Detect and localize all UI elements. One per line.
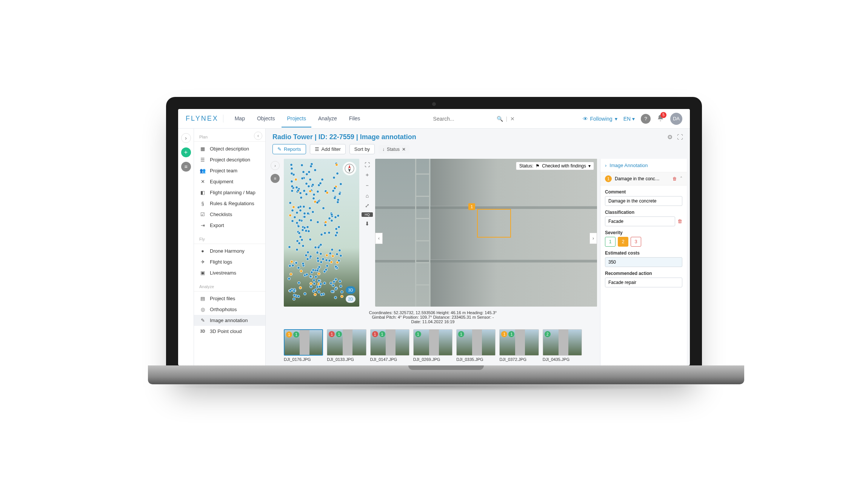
photo-icon: ◎ — [199, 307, 206, 312]
following-dropdown[interactable]: 👁 Following ▾ — [583, 116, 617, 122]
nav-map[interactable]: Map — [229, 110, 250, 127]
thumbnail[interactable]: 11DJI_0147.JPG — [370, 329, 409, 362]
nav-objects[interactable]: Objects — [252, 110, 280, 127]
sidebar-item-rules[interactable]: §Rules & Regulations — [194, 198, 265, 209]
severity-3[interactable]: 3 — [631, 237, 641, 247]
global-search: 🔍 | ✕ — [433, 116, 515, 122]
sidebar-item-drone-harmony[interactable]: ●Drone Harmony — [194, 246, 265, 256]
folder-icon: ▤ — [199, 296, 206, 301]
sidebar-item-project-description[interactable]: ☰Project description — [194, 154, 265, 165]
crop-icon[interactable]: ⛶ — [362, 162, 373, 168]
nav-projects[interactable]: Projects — [282, 110, 311, 127]
search-icon[interactable]: 🔍 — [497, 116, 503, 122]
pointcloud-viewer[interactable]: 3D 2D — [284, 159, 359, 307]
rail-list-button[interactable]: ≡ — [181, 162, 191, 172]
prev-image-button[interactable]: ‹ — [375, 233, 383, 244]
sidebar-item-equipment[interactable]: ✕Equipment — [194, 176, 265, 187]
next-image-button[interactable]: › — [589, 233, 597, 244]
thumbnail[interactable]: 11DJI_0372.JPG — [499, 329, 539, 362]
sort-by-button[interactable]: Sort by — [349, 144, 375, 154]
add-filter-button[interactable]: ☰Add filter — [310, 144, 346, 154]
annotation-panel-header[interactable]: › Image Annotation — [600, 159, 687, 172]
collapse-finding-icon[interactable]: ˄ — [680, 176, 682, 181]
notifications-button[interactable]: 5 — [657, 114, 664, 123]
image-metadata: Coordinates: 52.325732, 12.593506 Height… — [269, 309, 597, 325]
annotation-marker[interactable]: 1 — [468, 203, 475, 210]
zoom-in-icon[interactable]: ＋ — [362, 172, 373, 178]
expand-icon[interactable]: ⤢ — [362, 203, 373, 209]
thumbnail[interactable]: 1DJI_0269.JPG — [413, 329, 452, 362]
chevron-down-icon: ▾ — [615, 116, 617, 122]
sidebar-item-orthophotos[interactable]: ◎Orthophotos — [194, 304, 265, 315]
comment-input[interactable] — [605, 196, 682, 206]
severity-2[interactable]: 2 — [618, 237, 628, 247]
finding-title: Damage in the conc… — [615, 176, 669, 181]
zoom-out-icon[interactable]: － — [362, 182, 373, 189]
project-sidebar: ‹ Plan ▦Object description ☰Project desc… — [194, 129, 266, 365]
language-selector[interactable]: EN ▾ — [623, 116, 635, 122]
action-input[interactable] — [605, 278, 682, 287]
comment-label: Comment — [605, 189, 682, 195]
search-input[interactable] — [433, 116, 494, 122]
sidebar-item-flight-planning[interactable]: ◧Flight planning / Map — [194, 187, 265, 198]
viewer-layers-button[interactable]: ≡ — [271, 174, 280, 183]
help-button[interactable]: ? — [641, 114, 651, 124]
sidebar-item-object-description[interactable]: ▦Object description — [194, 143, 265, 154]
thumbnail-filename: DJI_0435.JPG — [543, 356, 582, 362]
hq-icon[interactable]: HQ — [362, 212, 373, 217]
sidebar-item-flight-logs[interactable]: ✈Flight logs — [194, 256, 265, 267]
delete-finding-icon[interactable]: 🗑 — [673, 176, 677, 181]
viewer-expand-button[interactable]: › — [271, 161, 280, 170]
sidebar-item-project-team[interactable]: 👥Project team — [194, 165, 265, 176]
sidebar-item-checklists[interactable]: ☑Checklists — [194, 209, 265, 220]
thumbnail[interactable]: 1DJI_0335.JPG — [456, 329, 496, 362]
sidebar-item-project-files[interactable]: ▤Project files — [194, 293, 265, 304]
sidebar-collapse-button[interactable]: ‹ — [254, 132, 262, 140]
annotation-panel: › Image Annotation 1 Damage in the conc…… — [600, 159, 687, 365]
cost-input[interactable] — [605, 257, 682, 267]
sidebar-section-fly: Fly — [194, 231, 265, 244]
rail-add-button[interactable]: + — [181, 147, 191, 157]
reports-button[interactable]: ✎Reports — [272, 144, 306, 154]
chevron-down-icon[interactable]: ▾ — [588, 163, 591, 169]
drone-icon: ✕ — [199, 179, 206, 184]
sidebar-item-image-annotation[interactable]: ✎Image annotation — [194, 315, 265, 326]
pointcloud-2d-toggle[interactable]: 2D — [346, 295, 356, 303]
fullscreen-icon[interactable]: ⛶ — [677, 134, 683, 141]
main-image-viewer[interactable]: Status: ⚑ Checked with findings ▾ 1 ‹ › — [375, 159, 597, 307]
remove-chip-icon[interactable]: ✕ — [402, 147, 406, 152]
annotation-box[interactable] — [477, 209, 511, 238]
classification-select[interactable]: Facade — [605, 216, 675, 226]
cost-label: Estimated costs — [605, 250, 682, 256]
checklist-icon: ☑ — [199, 212, 206, 217]
filter-chip-status[interactable]: ↓Status✕ — [379, 145, 409, 153]
sidebar-item-livestreams[interactable]: ▣Livestreams — [194, 267, 265, 278]
thumbnail-filename: DJI_0335.JPG — [456, 356, 496, 362]
thumbnail[interactable]: 2DJI_0435.JPG — [543, 329, 582, 362]
notification-badge: 5 — [660, 112, 666, 118]
sidebar-item-3d-point-cloud[interactable]: 3D3D Point cloud — [194, 326, 265, 337]
brand-logo: FLYNEX — [186, 115, 223, 123]
thumbnail[interactable]: 11DJI_0133.JPG — [327, 329, 366, 362]
home-icon[interactable]: ⌂ — [362, 193, 373, 199]
settings-icon[interactable]: ⚙ — [667, 134, 673, 141]
classification-label: Classification — [605, 210, 675, 215]
thumbnail-filename: DJI_0147.JPG — [370, 356, 409, 362]
user-avatar[interactable]: DA — [670, 113, 682, 125]
severity-1[interactable]: 1 — [605, 237, 616, 247]
pointcloud-3d-toggle[interactable]: 3D — [346, 286, 356, 294]
nav-analyze[interactable]: Analyze — [313, 110, 342, 127]
nav-files[interactable]: Files — [344, 110, 366, 127]
flag-icon: ⚑ — [536, 163, 540, 169]
delete-classification-icon[interactable]: 🗑 — [677, 218, 682, 226]
filter-icon: ☰ — [315, 146, 319, 152]
finding-header: 1 Damage in the conc… 🗑 ˄ — [600, 172, 687, 186]
thumbnail[interactable]: 11DJI_0176.JPG — [284, 329, 323, 362]
rail-expand-button[interactable]: › — [181, 133, 191, 143]
compass-icon[interactable] — [343, 162, 356, 175]
clear-search-icon[interactable]: ✕ — [510, 116, 515, 122]
download-icon[interactable]: ⬇ — [362, 221, 373, 227]
viewer-tools: ⛶ ＋ － ⌂ ⤢ HQ ⬇ — [362, 159, 373, 307]
sidebar-item-export[interactable]: ⇥Export — [194, 220, 265, 231]
circle-icon: ● — [199, 248, 206, 254]
